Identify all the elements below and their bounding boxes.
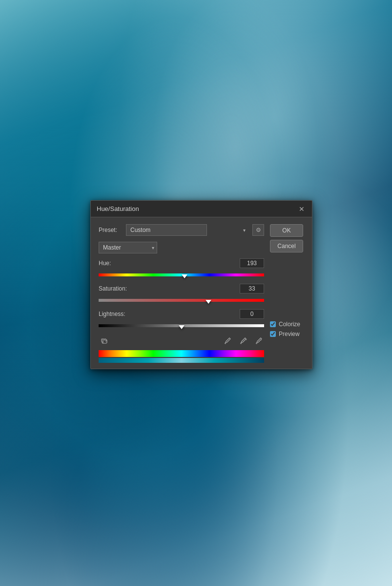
channel-dropdown[interactable]: Master Reds Yellows Greens Cyans Blues M… (99, 242, 157, 253)
preset-dropdown-wrapper: Custom Default Cyanotype Increase Global… (126, 224, 248, 236)
saturation-label: Saturation: (99, 285, 127, 292)
hue-slider-header: Hue: (99, 258, 264, 268)
hue-saturation-dialog: Hue/Saturation ✕ Preset: Custom Default … (90, 200, 312, 369)
hue-label: Hue: (99, 260, 111, 267)
preset-label: Preset: (99, 227, 122, 233)
channel-row: Master Reds Yellows Greens Cyans Blues M… (99, 242, 264, 253)
ok-button[interactable]: OK (270, 224, 303, 237)
lightness-slider-row: Lightness: (99, 309, 264, 331)
hue-value-input[interactable] (240, 258, 264, 268)
dialog-right-col: OK Cancel Colorize Preview (270, 224, 304, 363)
eyedropper-icon[interactable] (222, 335, 233, 346)
checkboxes-area: Colorize Preview (270, 321, 304, 337)
hue-track-container (99, 270, 264, 280)
svg-point-3 (256, 343, 257, 344)
dialog-body: Preset: Custom Default Cyanotype Increas… (91, 217, 312, 369)
eyedropper-subtract-icon[interactable]: - (253, 335, 264, 346)
color-bars (99, 350, 264, 363)
svg-text:+: + (245, 338, 247, 341)
close-button[interactable]: ✕ (297, 205, 306, 213)
hand-tool-icon[interactable] (99, 335, 109, 346)
color-bar-rainbow (99, 350, 264, 357)
svg-point-0 (225, 343, 226, 344)
colorize-label[interactable]: Colorize (279, 321, 300, 328)
eyedropper-add-icon[interactable]: + (238, 335, 248, 346)
tools-left (99, 335, 109, 346)
lightness-slider-header: Lightness: (99, 309, 264, 319)
preset-row: Preset: Custom Default Cyanotype Increas… (99, 224, 264, 236)
dialog-title-bar: Hue/Saturation ✕ (91, 201, 312, 217)
svg-point-1 (241, 343, 242, 344)
gear-button[interactable]: ⚙ (252, 224, 264, 236)
lightness-label: Lightness: (99, 311, 125, 317)
preview-row: Preview (270, 331, 304, 337)
tools-right: + - (222, 335, 264, 346)
saturation-slider-row: Saturation: (99, 284, 264, 305)
colorize-row: Colorize (270, 321, 304, 328)
lightness-value-input[interactable] (240, 309, 264, 319)
preview-checkbox[interactable] (270, 331, 276, 337)
hue-slider-row: Hue: (99, 258, 264, 280)
saturation-track-container (99, 295, 264, 305)
preview-label[interactable]: Preview (279, 331, 300, 337)
preset-dropdown[interactable]: Custom Default Cyanotype Increase Global… (126, 224, 207, 236)
color-bar-teal (99, 358, 264, 363)
svg-text:-: - (261, 338, 262, 341)
dialog-left-col: Preset: Custom Default Cyanotype Increas… (99, 224, 264, 363)
saturation-slider-header: Saturation: (99, 284, 264, 293)
saturation-value-input[interactable] (240, 284, 264, 293)
dialog-layout: Preset: Custom Default Cyanotype Increas… (99, 224, 304, 363)
dialog-title: Hue/Saturation (97, 205, 139, 212)
lightness-track-container (99, 321, 264, 331)
channel-dropdown-wrapper: Master Reds Yellows Greens Cyans Blues M… (99, 242, 157, 253)
tools-row: + - (99, 335, 264, 346)
cancel-button[interactable]: Cancel (270, 240, 303, 252)
colorize-checkbox[interactable] (270, 321, 276, 327)
